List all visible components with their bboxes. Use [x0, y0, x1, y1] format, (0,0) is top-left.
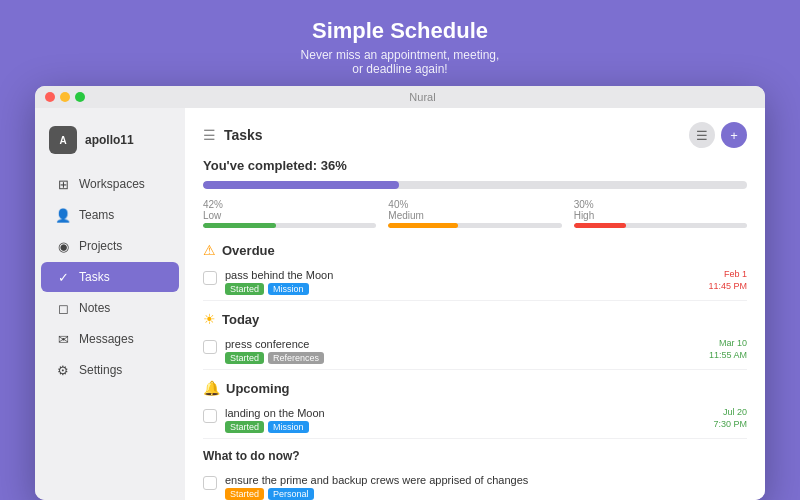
main-progress-bar [203, 181, 747, 189]
workspaces-icon: ⊞ [55, 176, 71, 192]
sidebar-label-settings: Settings [79, 363, 122, 377]
hero-title: Simple Schedule [301, 18, 500, 44]
filter-button[interactable]: ☰ [689, 122, 715, 148]
task-name: landing on the Moon [225, 407, 705, 419]
minimize-button[interactable] [60, 92, 70, 102]
maximize-button[interactable] [75, 92, 85, 102]
sidebar-label-notes: Notes [79, 301, 110, 315]
task-meta: Started Personal [225, 488, 747, 500]
today-icon: ☀ [203, 311, 216, 327]
sidebar: A apollo11 ⊞ Workspaces 👤 Teams ◉ Projec… [35, 108, 185, 500]
settings-icon: ⚙ [55, 362, 71, 378]
task-name: pass behind the Moon [225, 269, 700, 281]
status-tag: Started [225, 352, 264, 364]
main-progress-fill [203, 181, 399, 189]
sidebar-label-tasks: Tasks [79, 270, 110, 284]
overdue-icon: ⚠ [203, 242, 216, 258]
status-tag: Started [225, 283, 264, 295]
status-tag: Started [225, 488, 264, 500]
messages-icon: ✉ [55, 331, 71, 347]
sidebar-label-workspaces: Workspaces [79, 177, 145, 191]
category-tag: Mission [268, 421, 309, 433]
task-meta: Started Mission [225, 421, 705, 433]
projects-icon: ◉ [55, 238, 71, 254]
high-fill [574, 223, 626, 228]
sidebar-item-projects[interactable]: ◉ Projects [41, 231, 179, 261]
task-row: landing on the Moon Started Mission Jul … [203, 402, 747, 439]
sub-progress-row: 42% Low 40% Medium 30% [203, 199, 747, 230]
status-tag: Started [225, 421, 264, 433]
hero-section: Simple Schedule Never miss an appointmen… [301, 0, 500, 86]
sidebar-item-notes[interactable]: ◻ Notes [41, 293, 179, 323]
main-content: ☰ Tasks ☰ + You've completed: 36% 42% Lo… [185, 108, 765, 500]
progress-section: You've completed: 36% 42% Low 40% Medium [203, 158, 747, 230]
progress-medium: 40% Medium [388, 199, 561, 230]
sidebar-item-teams[interactable]: 👤 Teams [41, 200, 179, 230]
sidebar-item-workspaces[interactable]: ⊞ Workspaces [41, 169, 179, 199]
high-label: High [574, 210, 747, 221]
task-row: ensure the prime and backup crews were a… [203, 469, 747, 500]
what-todo-label: What to do now? [203, 449, 747, 463]
notes-icon: ◻ [55, 300, 71, 316]
task-date: Jul 20 7:30 PM [713, 407, 747, 430]
main-header: ☰ Tasks ☰ + [203, 122, 747, 148]
medium-fill [388, 223, 457, 228]
username: apollo11 [85, 133, 134, 147]
app-window: Nural A apollo11 ⊞ Workspaces 👤 Teams ◉ … [35, 86, 765, 500]
progress-high: 30% High [574, 199, 747, 230]
task-meta: Started Mission [225, 283, 700, 295]
task-checkbox[interactable] [203, 271, 217, 285]
hero-subtitle: Never miss an appointment, meeting,or de… [301, 48, 500, 76]
sidebar-item-messages[interactable]: ✉ Messages [41, 324, 179, 354]
task-name: press conference [225, 338, 701, 350]
high-bar [574, 223, 747, 228]
today-title: Today [222, 312, 259, 327]
user-profile[interactable]: A apollo11 [35, 120, 185, 168]
category-tag: References [268, 352, 324, 364]
avatar: A [49, 126, 77, 154]
task-content: pass behind the Moon Started Mission [225, 269, 700, 295]
app-body: A apollo11 ⊞ Workspaces 👤 Teams ◉ Projec… [35, 108, 765, 500]
tasks-icon: ✓ [55, 269, 71, 285]
task-date: Mar 10 11:55 AM [709, 338, 747, 361]
task-name: ensure the prime and backup crews were a… [225, 474, 747, 486]
teams-icon: 👤 [55, 207, 71, 223]
sidebar-label-messages: Messages [79, 332, 134, 346]
category-tag: Mission [268, 283, 309, 295]
sidebar-item-settings[interactable]: ⚙ Settings [41, 355, 179, 385]
sidebar-label-projects: Projects [79, 239, 122, 253]
task-row: pass behind the Moon Started Mission Feb… [203, 264, 747, 301]
window-title: Nural [90, 91, 755, 103]
task-checkbox[interactable] [203, 476, 217, 490]
task-content: press conference Started References [225, 338, 701, 364]
task-row: press conference Started References Mar … [203, 333, 747, 370]
task-content: landing on the Moon Started Mission [225, 407, 705, 433]
low-label: Low [203, 210, 376, 221]
medium-pct: 40% [388, 199, 561, 210]
upcoming-title: Upcoming [226, 381, 290, 396]
add-button[interactable]: + [721, 122, 747, 148]
task-checkbox[interactable] [203, 340, 217, 354]
category-tag: Personal [268, 488, 314, 500]
task-checkbox[interactable] [203, 409, 217, 423]
task-content: ensure the prime and backup crews were a… [225, 474, 747, 500]
overdue-header: ⚠ Overdue [203, 242, 747, 258]
low-fill [203, 223, 276, 228]
main-title: Tasks [224, 127, 263, 143]
today-header: ☀ Today [203, 311, 747, 327]
overdue-title: Overdue [222, 243, 275, 258]
task-meta: Started References [225, 352, 701, 364]
titlebar: Nural [35, 86, 765, 108]
progress-low: 42% Low [203, 199, 376, 230]
header-actions: ☰ + [689, 122, 747, 148]
close-button[interactable] [45, 92, 55, 102]
task-date: Feb 1 11:45 PM [708, 269, 747, 292]
upcoming-icon: 🔔 [203, 380, 220, 396]
low-bar [203, 223, 376, 228]
menu-icon[interactable]: ☰ [203, 127, 216, 143]
upcoming-header: 🔔 Upcoming [203, 380, 747, 396]
sidebar-label-teams: Teams [79, 208, 114, 222]
title-row: ☰ Tasks [203, 127, 263, 143]
sidebar-item-tasks[interactable]: ✓ Tasks [41, 262, 179, 292]
medium-label: Medium [388, 210, 561, 221]
